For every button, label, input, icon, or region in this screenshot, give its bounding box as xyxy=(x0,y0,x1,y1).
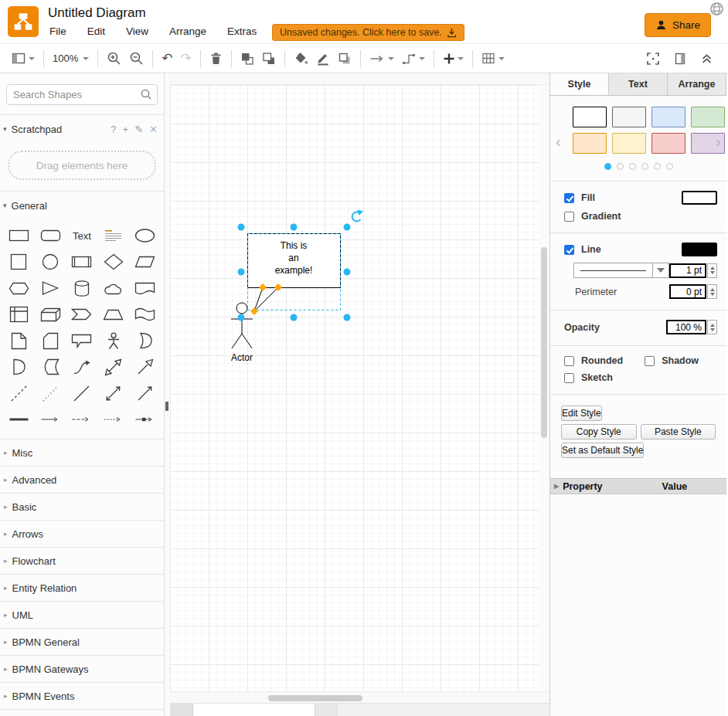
shape-ellipse[interactable] xyxy=(129,222,161,249)
style-swatch-5[interactable] xyxy=(612,133,646,154)
shape-hexagon[interactable] xyxy=(3,275,35,301)
shape-step[interactable] xyxy=(66,301,98,327)
set-default-style-button[interactable]: Set as Default Style xyxy=(561,443,644,458)
fullscreen-button[interactable] xyxy=(642,48,664,70)
unsaved-changes-button[interactable]: Unsaved changes. Click here to save. xyxy=(272,24,464,41)
edit-style-button[interactable]: Edit Style xyxy=(561,406,602,421)
shape-bidirectional-arrow-outline[interactable] xyxy=(97,354,129,380)
shape-document[interactable] xyxy=(129,275,161,301)
shape-directional-connector[interactable] xyxy=(129,380,161,406)
swatch-page-dot-2[interactable] xyxy=(629,163,636,170)
shape-rectangle[interactable] xyxy=(3,222,35,249)
shape-diamond[interactable] xyxy=(97,249,129,275)
sidebar-section-advanced[interactable]: ▸Advanced xyxy=(0,466,164,493)
collapse-toolbar-button[interactable] xyxy=(696,48,717,70)
scratchpad-dropzone[interactable]: Drag elements here xyxy=(8,151,156,180)
sidebar-section-flowchart[interactable]: ▸Flowchart xyxy=(0,547,164,574)
gradient-checkbox[interactable] xyxy=(564,212,574,222)
rounded-checkbox[interactable] xyxy=(564,356,574,366)
shape-link[interactable] xyxy=(3,406,35,433)
swatch-page-dot-4[interactable] xyxy=(654,163,661,170)
selection-handle[interactable] xyxy=(291,224,298,231)
table-button[interactable] xyxy=(478,48,509,70)
close-icon[interactable]: ✕ xyxy=(149,124,158,135)
selection-handle[interactable] xyxy=(238,269,245,276)
line-width-input[interactable] xyxy=(669,263,706,278)
edit-icon[interactable]: ✎ xyxy=(134,124,143,135)
zoom-level-dropdown[interactable]: 100% xyxy=(49,48,93,70)
menu-arrange[interactable]: Arrange xyxy=(169,25,206,37)
menu-edit[interactable]: Edit xyxy=(87,25,105,37)
property-table-header[interactable]: ▶ Property Value xyxy=(550,478,726,494)
horizontal-scrollbar[interactable] xyxy=(170,691,549,704)
to-back-button[interactable] xyxy=(258,48,280,70)
insert-button[interactable] xyxy=(439,48,468,70)
shape-cube[interactable] xyxy=(35,301,66,327)
tab-text[interactable]: Text xyxy=(609,73,668,95)
shadow-button[interactable] xyxy=(334,48,355,70)
fill-color-swatch[interactable] xyxy=(682,191,717,205)
add-page-button[interactable] xyxy=(315,704,338,716)
fill-checkbox[interactable] xyxy=(564,193,574,203)
shape-note[interactable] xyxy=(3,327,35,354)
sidebar-section-basic[interactable]: ▸Basic xyxy=(0,493,164,520)
language-globe-icon[interactable] xyxy=(709,2,724,19)
vertical-scrollbar-thumb[interactable] xyxy=(541,247,547,438)
sidebar-section-bpmn-general[interactable]: ▸BPMN General xyxy=(0,628,164,655)
style-swatch-6[interactable] xyxy=(651,133,685,154)
shape-or[interactable] xyxy=(129,327,161,354)
shape-cylinder[interactable] xyxy=(66,275,98,301)
share-button[interactable]: Share xyxy=(645,13,711,37)
sidebar-section-arrows[interactable]: ▸Arrows xyxy=(0,520,164,547)
shape-card[interactable] xyxy=(35,327,66,354)
shape-trapezoid[interactable] xyxy=(97,301,129,327)
sketch-checkbox[interactable] xyxy=(564,373,574,383)
add-icon[interactable]: + xyxy=(123,124,129,135)
shape-and[interactable] xyxy=(3,354,35,380)
delete-button[interactable] xyxy=(206,48,226,70)
sidebar-section-uml[interactable]: ▸UML xyxy=(0,601,164,628)
shape-process[interactable] xyxy=(66,249,98,275)
shape-labeled-edge[interactable] xyxy=(129,406,161,433)
sidebar-section-misc[interactable]: ▸Misc xyxy=(0,439,164,466)
shape-arrow-edge[interactable] xyxy=(35,406,66,433)
style-swatch-3[interactable] xyxy=(691,107,725,127)
shape-textbox[interactable] xyxy=(97,222,129,249)
shape-rounded-rectangle[interactable] xyxy=(35,222,66,249)
shape-tape[interactable] xyxy=(129,301,161,327)
zoom-out-button[interactable] xyxy=(125,48,148,70)
connection-button[interactable] xyxy=(366,48,398,70)
edge-group[interactable] xyxy=(254,287,278,311)
shape-internal-storage[interactable] xyxy=(3,301,35,327)
canvas[interactable]: This is an example! Actor xyxy=(170,73,549,716)
drawing-page[interactable]: This is an example! Actor xyxy=(170,85,539,691)
next-styles-arrow[interactable]: › xyxy=(716,133,721,151)
rotate-handle[interactable] xyxy=(352,210,363,222)
swatch-page-dot-0[interactable] xyxy=(604,163,611,170)
zoom-in-button[interactable] xyxy=(103,48,125,70)
dropdown-arrow-button[interactable] xyxy=(652,263,668,277)
perimeter-stepper[interactable] xyxy=(707,284,717,299)
help-icon[interactable]: ? xyxy=(111,124,116,135)
line-style-dropdown[interactable] xyxy=(573,263,669,278)
selected-rectangle-shape[interactable]: This is an example! xyxy=(248,234,341,288)
vertical-scrollbar[interactable] xyxy=(539,85,549,691)
shape-actor[interactable] xyxy=(97,327,129,354)
menu-extras[interactable]: Extras xyxy=(227,25,257,37)
shape-square[interactable] xyxy=(3,249,35,275)
sidebar-section-entity-relation[interactable]: ▸Entity Relation xyxy=(0,574,164,601)
selection-handle[interactable] xyxy=(344,314,351,321)
sidebar-splitter[interactable] xyxy=(165,73,170,716)
line-color-button[interactable] xyxy=(312,48,334,70)
shape-cloud[interactable] xyxy=(97,275,129,301)
selection-handle[interactable] xyxy=(344,224,351,231)
selection-handle[interactable] xyxy=(238,314,245,321)
style-swatch-2[interactable] xyxy=(651,107,685,127)
shape-dotted-edge[interactable] xyxy=(97,406,129,433)
selection-handle[interactable] xyxy=(291,314,298,321)
shape-dotted-line[interactable] xyxy=(35,380,66,406)
shape-callout[interactable] xyxy=(66,327,98,354)
fill-color-button[interactable] xyxy=(290,48,312,70)
swatch-page-dot-5[interactable] xyxy=(666,163,673,170)
line-checkbox[interactable] xyxy=(564,245,574,255)
